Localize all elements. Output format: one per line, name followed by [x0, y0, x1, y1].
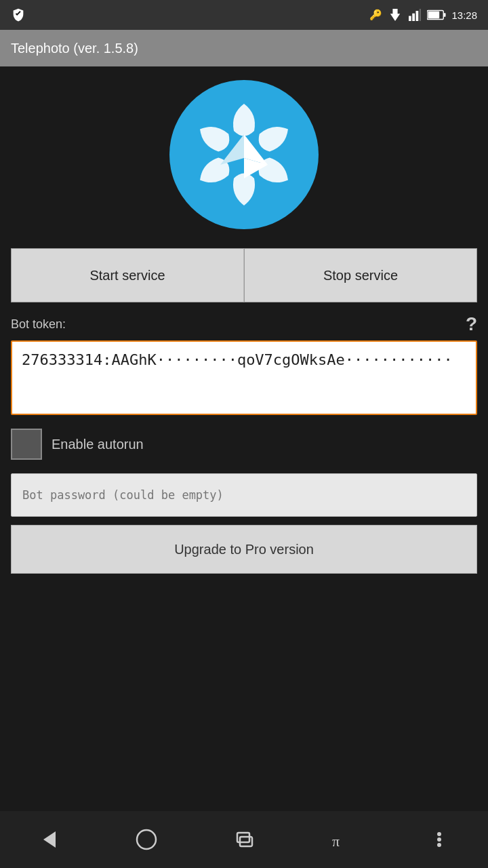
battery-icon [427, 9, 446, 20]
help-icon[interactable]: ? [466, 313, 477, 335]
svg-marker-12 [43, 831, 56, 848]
key-icon: 🔑 [369, 9, 382, 21]
bot-token-row: Bot token: ? [11, 313, 477, 335]
svg-rect-6 [444, 13, 446, 17]
status-bar: 🔑 13:28 [0, 0, 488, 30]
bot-password-input[interactable] [11, 473, 477, 517]
title-bar: Telephoto (ver. 1.5.8) [0, 30, 488, 66]
status-bar-left [11, 7, 26, 22]
signal-icon [408, 9, 422, 21]
app-title: Telephoto (ver. 1.5.8) [11, 41, 138, 56]
start-service-button[interactable]: Start service [11, 248, 244, 302]
svg-rect-2 [413, 14, 415, 21]
home-icon [134, 827, 159, 852]
bot-token-label: Bot token: [11, 317, 66, 332]
shield-icon [11, 7, 26, 22]
svg-point-13 [137, 830, 156, 849]
dots-icon [427, 827, 451, 852]
service-buttons-row: Start service Stop service [11, 248, 477, 302]
svg-text:π: π [332, 833, 340, 850]
svg-rect-3 [416, 11, 419, 21]
nav-home-button[interactable] [119, 819, 174, 860]
svg-point-17 [437, 832, 441, 836]
svg-rect-4 [420, 9, 421, 21]
svg-marker-0 [390, 9, 400, 21]
stop-service-button[interactable]: Stop service [244, 248, 477, 302]
nav-menu-button[interactable] [412, 819, 466, 860]
autorun-row: Enable autorun [11, 429, 477, 460]
nav-extra-button[interactable]: π [314, 819, 369, 860]
back-icon [37, 827, 61, 852]
app-logo [169, 80, 319, 229]
autorun-label: Enable autorun [52, 437, 144, 452]
svg-rect-7 [428, 12, 440, 18]
pi-icon: π [329, 827, 354, 852]
nav-back-button[interactable] [22, 819, 76, 860]
status-bar-right: 🔑 13:28 [369, 9, 477, 21]
wifi-icon [388, 9, 403, 21]
svg-point-19 [437, 843, 441, 847]
bot-token-input[interactable]: 276333314:AAGhK<span class="token-blurre… [11, 340, 477, 415]
nav-recents-button[interactable] [217, 819, 271, 860]
recents-icon [232, 827, 256, 852]
autorun-checkbox[interactable] [11, 429, 42, 460]
svg-rect-1 [409, 16, 411, 22]
main-content: Start service Stop service Bot token: ? … [0, 66, 488, 811]
svg-point-18 [437, 837, 441, 842]
nav-bar: π [0, 811, 488, 868]
upgrade-button[interactable]: Upgrade to Pro version [11, 525, 477, 574]
time-display: 13:28 [451, 9, 477, 21]
